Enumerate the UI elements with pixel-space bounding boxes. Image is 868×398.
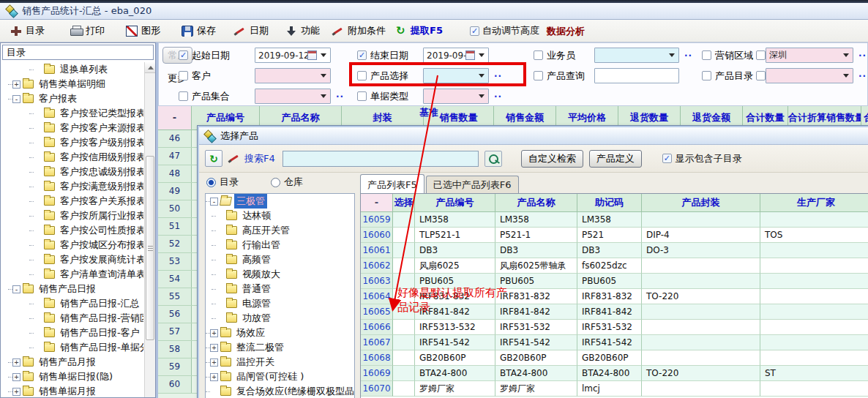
category-tree-item[interactable]: 达林顿 <box>206 209 354 223</box>
product-table-column-header[interactable]: - <box>361 194 393 212</box>
dropdown-arrow-icon[interactable] <box>843 74 849 78</box>
category-tree-item[interactable]: + 场效应 <box>206 326 354 340</box>
product-row[interactable]: 16065 IRF841-842 IRF841-842 IRF841-842 <box>361 304 868 320</box>
more-options-icon[interactable] <box>684 50 692 61</box>
scrollbar-thumb[interactable] <box>146 156 154 340</box>
filter-dropdown[interactable] <box>766 68 853 83</box>
product-define-button[interactable]: 产品定义 <box>589 150 642 168</box>
product-select-cell[interactable] <box>393 228 415 243</box>
more-options-icon[interactable] <box>858 50 867 61</box>
sidebar-tree-item[interactable]: 销售产品日报-营销区 <box>2 311 143 326</box>
product-select-cell[interactable] <box>393 335 415 350</box>
product-table-column-header[interactable]: 生产厂家 <box>760 194 868 212</box>
filter-dropdown[interactable] <box>423 89 489 104</box>
category-tree-item[interactable]: 电源管 <box>206 296 354 311</box>
filter-dropdown[interactable]: 2019-09-19 <box>423 48 489 63</box>
product-select-cell[interactable] <box>393 289 415 304</box>
dropdown-arrow-icon[interactable] <box>479 53 484 57</box>
toolbar-button[interactable]: 目录 <box>10 23 45 39</box>
tree-expander-icon[interactable]: + <box>12 373 20 381</box>
product-row[interactable]: 16062 风扇6025 风扇6025带轴承 fs6025dzc <box>361 258 868 274</box>
sidebar-tree-item[interactable]: + 销售产品月报 <box>2 355 143 369</box>
show-subdir-toggle[interactable]: 显示包含子目录 <box>662 152 742 165</box>
scroll-up-icon[interactable] <box>145 62 155 73</box>
toolbar-button[interactable]: 打印 <box>70 23 105 39</box>
product-select-cell[interactable] <box>393 258 415 274</box>
tree-expander-icon[interactable]: + <box>12 80 20 89</box>
product-row[interactable]: 16069 BTA24-800 BTA24-800 BTA24-800 TO-2… <box>361 366 868 381</box>
product-row[interactable]: 16064 IRF831-832 IRF831-832 IRF831-832 T… <box>361 289 868 304</box>
search-input[interactable] <box>283 151 479 167</box>
product-select-cell[interactable] <box>393 243 415 258</box>
product-select-cell[interactable] <box>393 320 415 335</box>
sidebar-tree-item[interactable]: 退换单列表 <box>2 62 143 77</box>
tree-expander-icon[interactable]: + <box>12 358 20 367</box>
product-select-cell[interactable] <box>393 304 415 320</box>
more-options-icon[interactable] <box>494 91 502 102</box>
product-select-cell[interactable] <box>393 366 415 381</box>
dropdown-arrow-icon[interactable] <box>321 53 326 57</box>
sidebar-tree-item[interactable]: 销售产品日报-汇总 <box>2 296 143 311</box>
radio-icon[interactable] <box>271 178 280 187</box>
category-tree-item[interactable]: 普通管 <box>206 282 354 296</box>
product-row[interactable]: 16068 GB20B60P GB20B60P GB20B60P <box>361 350 868 366</box>
more-options-icon[interactable] <box>494 71 502 81</box>
category-tree-item[interactable]: + 晶闸管(可控硅 ) <box>206 369 354 384</box>
sidebar-tree-item[interactable]: 销售产品日报-客户 <box>2 326 143 340</box>
radio-icon[interactable] <box>206 178 216 187</box>
auto-height-toggle[interactable]: 自动调节高度 <box>470 24 539 37</box>
sidebar-tree-item[interactable]: 客户按信用级别报表(隐) <box>2 150 143 165</box>
toolbar-button[interactable]: 功能 <box>285 23 320 39</box>
sidebar-tree-item[interactable]: 客户按客户来源报表 <box>2 121 143 135</box>
dropdown-arrow-icon[interactable] <box>321 94 326 98</box>
filter-checkbox[interactable] <box>534 71 543 80</box>
tree-expander-icon[interactable]: + <box>12 388 20 396</box>
search-icon[interactable] <box>484 151 502 167</box>
category-tree-item[interactable]: 高频管 <box>206 252 354 267</box>
tree-expander-icon[interactable]: - <box>12 285 20 293</box>
filter-dropdown[interactable]: 2019-09-12 <box>255 48 331 63</box>
filter-sub-checkbox[interactable] <box>756 50 766 60</box>
refresh-icon[interactable] <box>205 150 222 167</box>
category-tree-item[interactable]: 高压开关管 <box>206 223 354 238</box>
dialog-tab[interactable]: 已选中产品列表F6 <box>426 176 519 193</box>
filter-dropdown[interactable] <box>594 68 679 83</box>
more-options-icon[interactable] <box>858 71 867 81</box>
product-table-column-header[interactable]: 产品编号 <box>415 194 495 212</box>
filter-dropdown[interactable] <box>255 89 331 104</box>
sidebar-tree-item[interactable]: + 销售单据日报(隐) <box>2 369 143 384</box>
product-select-cell[interactable] <box>393 274 415 289</box>
sidebar-scrollbar[interactable] <box>144 62 155 397</box>
toolbar-button[interactable]: 日期 <box>234 23 269 39</box>
dialog-tab[interactable]: 产品列表F5 <box>360 174 424 193</box>
product-row[interactable]: 16067 IRF541-542 IRF541-542 IRF541-542 <box>361 335 868 350</box>
tree-expander-icon[interactable]: + <box>210 373 218 381</box>
tree-expander-icon[interactable]: - <box>12 95 20 103</box>
filter-dropdown[interactable] <box>423 68 489 83</box>
product-row[interactable]: 16063 PBU605 PBU605 PBU605 <box>361 274 868 289</box>
dropdown-arrow-icon[interactable] <box>669 53 675 57</box>
category-tree-item[interactable]: - 三极管 <box>206 194 354 209</box>
filter-checkbox[interactable] <box>357 91 367 101</box>
product-table-column-header[interactable]: 产品名称 <box>495 194 577 212</box>
catalog-radio[interactable]: 目录 <box>206 176 239 189</box>
product-select-cell[interactable] <box>393 212 415 228</box>
product-table-column-header[interactable]: 产品封装 <box>642 194 760 212</box>
filter-checkbox[interactable] <box>702 50 711 60</box>
toolbar-button[interactable]: 图形 <box>126 23 160 39</box>
product-row[interactable]: 16060 TLP521-1 P521-1 P521 DIP-4 TOS <box>361 228 868 243</box>
filter-dropdown[interactable]: 深圳 <box>766 48 853 63</box>
sidebar-tree-item[interactable]: 客户按客户关系报表(隐) <box>2 194 143 209</box>
dropdown-arrow-icon[interactable] <box>843 53 849 57</box>
sidebar-tree-item[interactable]: + 销售单据月报 <box>2 384 143 397</box>
auto-height-checkbox[interactable] <box>470 26 479 36</box>
dropdown-arrow-icon[interactable] <box>479 94 484 98</box>
filter-checkbox[interactable] <box>179 71 188 80</box>
product-row[interactable]: 16061 DB3 DB3 DB3 DO-3 <box>361 243 868 258</box>
filter-checkbox[interactable] <box>179 50 188 60</box>
sidebar-tree-item[interactable]: 客户清单查询清单表 <box>2 267 143 282</box>
data-analysis-button[interactable]: 数据分析 <box>547 25 585 38</box>
product-row[interactable]: 16066 IRF5313-532 IRF531-532 IRF531-532 <box>361 320 868 335</box>
category-tree-item[interactable]: + 温控开关 <box>206 355 354 369</box>
category-tree-item[interactable]: 复合场效应(绝缘栅双极型晶体 <box>206 384 354 398</box>
